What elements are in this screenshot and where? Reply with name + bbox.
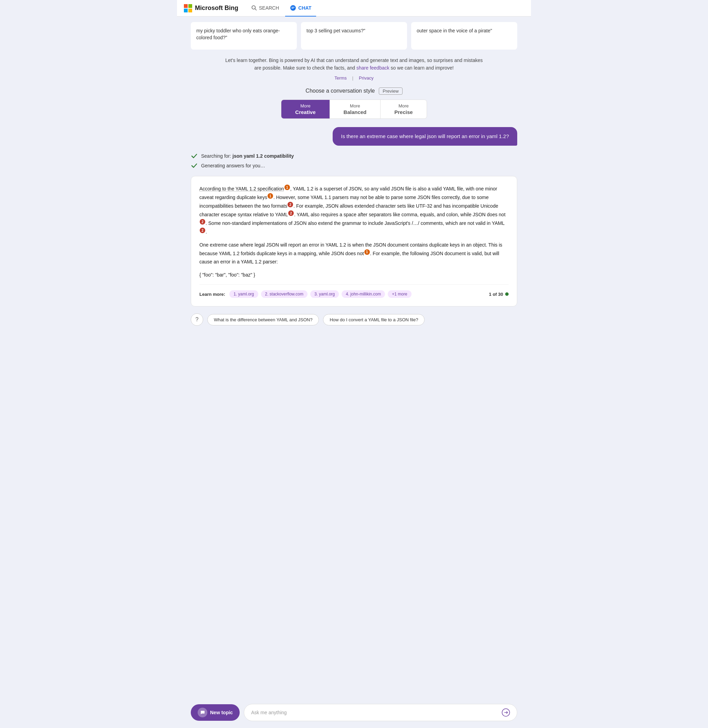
- response-p1-underline: According to the YAML 1.2 specification: [199, 186, 284, 191]
- suggestion-card-3-text: outer space in the voice of a pirate": [417, 28, 492, 33]
- citation-6: 2: [200, 228, 205, 233]
- citation-5: 2: [200, 219, 205, 225]
- main-content: my picky toddler who only eats orange-co…: [177, 16, 531, 360]
- pages-text: 1 of 30: [489, 291, 503, 297]
- citation-7: 1: [364, 249, 370, 255]
- new-topic-label: New topic: [210, 710, 233, 715]
- logo-area: Microsoft Bing: [184, 4, 238, 12]
- input-bar[interactable]: Ask me anything: [244, 704, 517, 721]
- new-topic-button[interactable]: New topic: [191, 704, 240, 721]
- citation-1: 1: [284, 184, 290, 190]
- search-icon: [251, 5, 257, 11]
- balanced-name-label: Balanced: [344, 109, 367, 115]
- suggestion-btn-2[interactable]: How do I convert a YAML file to a JSON f…: [323, 314, 425, 325]
- conversation-style-section: Choose a conversation style Preview More…: [281, 87, 427, 119]
- suggestion-card-2[interactable]: top 3 selling pet vacuums?": [301, 22, 407, 49]
- response-card: According to the YAML 1.2 specification1…: [191, 176, 517, 306]
- nav-items: SEARCH CHAT: [247, 0, 316, 16]
- precise-name-label: Precise: [394, 109, 412, 115]
- check-icon-2: [191, 162, 198, 169]
- status-text-1: Searching for: json yaml 1.2 compatibili…: [201, 153, 294, 159]
- suggestion-card-1[interactable]: my picky toddler who only eats orange-co…: [191, 22, 297, 49]
- source-chip-3[interactable]: 3. yaml.org: [310, 290, 339, 298]
- status-section: Searching for: json yaml 1.2 compatibili…: [191, 152, 517, 172]
- chat-nav-label: CHAT: [298, 5, 311, 11]
- suggestion-buttons-row: ? What is the difference between YAML an…: [191, 313, 517, 326]
- privacy-link[interactable]: Privacy: [359, 75, 374, 81]
- new-topic-icon: [198, 708, 207, 717]
- header: Microsoft Bing SEARCH CHAT: [177, 0, 531, 16]
- nav-chat[interactable]: CHAT: [285, 0, 316, 16]
- bing-logo-text: Microsoft Bing: [195, 4, 238, 12]
- status-text-2: Generating answers for you…: [201, 163, 265, 168]
- style-buttons: More Creative More Balanced More Precise: [281, 100, 427, 119]
- svg-rect-1: [189, 4, 192, 8]
- citation-3: 2: [287, 202, 293, 207]
- style-creative-btn[interactable]: More Creative: [281, 100, 329, 119]
- balanced-more-label: More: [350, 103, 360, 109]
- status-bold-1: json yaml 1.2 compatibility: [232, 153, 294, 159]
- response-text: According to the YAML 1.2 specification1…: [199, 184, 509, 279]
- style-precise-btn[interactable]: More Precise: [380, 100, 426, 119]
- citation-4: 2: [288, 210, 294, 216]
- send-icon[interactable]: [502, 708, 510, 716]
- nav-search[interactable]: SEARCH: [247, 0, 284, 16]
- source-chip-1[interactable]: 1. yaml.org: [229, 290, 258, 298]
- search-nav-label: SEARCH: [259, 5, 279, 11]
- more-sources-chip[interactable]: +1 more: [388, 290, 411, 298]
- svg-rect-2: [184, 9, 188, 12]
- question-icon-button[interactable]: ?: [191, 313, 203, 326]
- svg-rect-3: [189, 9, 192, 12]
- links-row: Terms | Privacy: [223, 75, 485, 81]
- microsoft-logo: [184, 4, 192, 12]
- user-bubble: Is there an extreme case where legal jso…: [333, 127, 517, 146]
- suggestion-cards: my picky toddler who only eats orange-co…: [191, 22, 517, 49]
- suggestion-btn-1[interactable]: What is the difference between YAML and …: [207, 314, 319, 325]
- response-code: { "foo": "bar", "foo": "baz" }: [199, 271, 509, 279]
- preview-badge: Preview: [379, 87, 402, 95]
- style-balanced-btn[interactable]: More Balanced: [330, 100, 381, 119]
- green-dot: [505, 292, 509, 296]
- suggestion-card-1-text: my picky toddler who only eats orange-co…: [196, 28, 280, 40]
- svg-point-6: [290, 5, 296, 11]
- chat-nav-icon: [290, 5, 296, 11]
- info-text: Let's learn together. Bing is powered by…: [223, 57, 485, 72]
- input-placeholder-text: Ask me anything: [251, 710, 287, 715]
- source-chip-2[interactable]: 2. stackoverflow.com: [261, 290, 308, 298]
- suggestion-card-3[interactable]: outer space in the voice of a pirate": [411, 22, 517, 49]
- chat-bubble-icon: [200, 710, 205, 715]
- info-section: Let's learn together. Bing is powered by…: [223, 57, 485, 81]
- pages-indicator: 1 of 30: [489, 291, 509, 297]
- source-chip-4[interactable]: 4. john-millikin.com: [342, 290, 385, 298]
- bottom-bar: New topic Ask me anything: [177, 700, 531, 728]
- precise-more-label: More: [398, 103, 409, 109]
- svg-line-5: [255, 9, 257, 10]
- status-item-1: Searching for: json yaml 1.2 compatibili…: [191, 152, 517, 160]
- suggestion-card-2-text: top 3 selling pet vacuums?": [306, 28, 366, 33]
- share-feedback-link[interactable]: share feedback: [356, 65, 389, 71]
- user-message-container: Is there an extreme case where legal jso…: [191, 127, 517, 146]
- style-label-row: Choose a conversation style Preview: [305, 87, 402, 95]
- user-message-text: Is there an extreme case where legal jso…: [341, 133, 509, 139]
- terms-link[interactable]: Terms: [334, 75, 347, 81]
- learn-more-label: Learn more:: [199, 291, 225, 297]
- svg-rect-0: [184, 4, 188, 8]
- style-label: Choose a conversation style: [305, 88, 375, 94]
- response-paragraph-2: One extreme case where legal JSON will r…: [199, 241, 509, 266]
- status-item-2: Generating answers for you…: [191, 162, 517, 169]
- response-paragraph-1: According to the YAML 1.2 specification1…: [199, 184, 509, 236]
- creative-name-label: Creative: [295, 109, 315, 115]
- check-icon-1: [191, 152, 198, 160]
- creative-more-label: More: [300, 103, 310, 109]
- links-divider: |: [352, 75, 353, 81]
- learn-more-row: Learn more: 1. yaml.org 2. stackoverflow…: [199, 284, 509, 298]
- citation-2: 1: [268, 193, 273, 199]
